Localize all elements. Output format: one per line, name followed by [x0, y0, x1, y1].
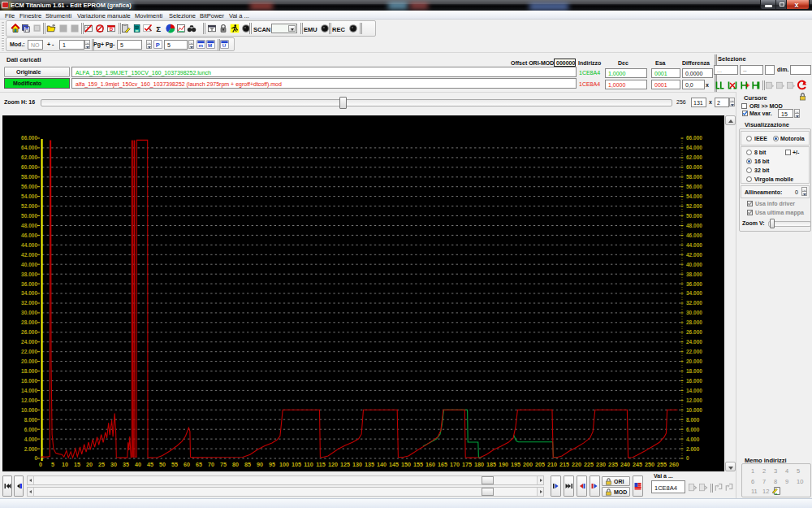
svg-text:32.000: 32.000	[686, 300, 702, 306]
svg-text:24.000: 24.000	[21, 339, 37, 345]
svg-text:160: 160	[425, 461, 435, 468]
svg-text:42.000: 42.000	[686, 252, 702, 258]
svg-text:M: M	[208, 42, 212, 48]
svg-text:180: 180	[474, 461, 484, 468]
svg-text:20: 20	[86, 461, 93, 468]
svg-text:50: 50	[159, 461, 166, 468]
svg-text:60.000: 60.000	[21, 164, 37, 170]
svg-text:105: 105	[292, 461, 301, 468]
svg-text:30: 30	[110, 461, 117, 468]
svg-text:8.000: 8.000	[686, 417, 700, 423]
svg-text:200: 200	[523, 461, 533, 468]
svg-text:40: 40	[135, 461, 141, 468]
svg-text:240: 240	[620, 461, 630, 468]
svg-text:155: 155	[413, 461, 423, 468]
svg-text:46.000: 46.000	[21, 232, 37, 238]
svg-text:2.000: 2.000	[686, 446, 700, 452]
svg-text:45: 45	[147, 461, 153, 468]
svg-text:205: 205	[535, 461, 545, 468]
svg-text:0: 0	[34, 455, 37, 461]
svg-text:175: 175	[462, 461, 472, 468]
svg-text:18.000: 18.000	[686, 368, 702, 374]
svg-text:12.000: 12.000	[686, 397, 702, 403]
svg-text:80: 80	[232, 461, 239, 468]
svg-text:Σ: Σ	[156, 24, 161, 33]
svg-text:235: 235	[608, 461, 618, 468]
svg-text:36.000: 36.000	[21, 281, 37, 287]
svg-text:14.000: 14.000	[21, 388, 37, 393]
svg-text:16.000: 16.000	[21, 378, 37, 384]
svg-text:46.000: 46.000	[686, 232, 702, 238]
svg-text:50.000: 50.000	[21, 213, 37, 219]
svg-text:6.000: 6.000	[24, 427, 38, 432]
svg-text:125: 125	[340, 461, 350, 468]
svg-text:130: 130	[352, 461, 362, 468]
svg-text:10.000: 10.000	[686, 407, 702, 413]
svg-text:56.000: 56.000	[21, 184, 37, 189]
svg-text:54.000: 54.000	[686, 193, 702, 199]
svg-text:38.000: 38.000	[21, 271, 37, 277]
svg-text:30.000: 30.000	[21, 310, 37, 315]
svg-text:60.000: 60.000	[686, 164, 702, 170]
svg-text:95: 95	[269, 461, 275, 468]
svg-text:28.000: 28.000	[21, 319, 37, 325]
svg-text:54.000: 54.000	[21, 193, 37, 199]
svg-text:60: 60	[184, 461, 190, 468]
svg-text:44.000: 44.000	[21, 242, 37, 248]
svg-text:34.000: 34.000	[686, 290, 702, 296]
svg-text:12.000: 12.000	[21, 397, 37, 403]
svg-text:100: 100	[279, 461, 289, 468]
svg-text:135: 135	[365, 461, 374, 468]
svg-text:0: 0	[686, 455, 689, 461]
svg-text:220: 220	[572, 461, 581, 468]
svg-text:260: 260	[669, 461, 679, 468]
svg-text:42.000: 42.000	[21, 252, 37, 258]
svg-text:165: 165	[438, 461, 447, 468]
svg-text:65: 65	[196, 461, 202, 468]
svg-text:62.000: 62.000	[686, 154, 702, 160]
svg-text:30.000: 30.000	[686, 310, 702, 315]
svg-text:48.000: 48.000	[21, 223, 37, 228]
svg-text:245: 245	[633, 461, 642, 468]
svg-text:28.000: 28.000	[686, 319, 702, 325]
svg-text:26.000: 26.000	[686, 329, 702, 335]
svg-text:75: 75	[220, 461, 227, 468]
svg-text:110: 110	[304, 461, 313, 468]
svg-text:22.000: 22.000	[686, 349, 702, 354]
svg-text:66.000: 66.000	[21, 135, 37, 141]
svg-text:26.000: 26.000	[21, 329, 37, 335]
svg-text:52.000: 52.000	[21, 203, 37, 209]
svg-text:25: 25	[98, 461, 105, 468]
svg-text:5: 5	[51, 461, 54, 468]
svg-text:22.000: 22.000	[21, 349, 37, 354]
svg-text:115: 115	[316, 461, 326, 468]
svg-text:24.000: 24.000	[686, 339, 702, 345]
svg-text:P: P	[156, 41, 160, 49]
svg-text:18.000: 18.000	[21, 368, 37, 374]
svg-text:D: D	[110, 27, 114, 32]
svg-text:64.000: 64.000	[686, 145, 702, 150]
svg-text:40.000: 40.000	[21, 262, 37, 267]
svg-text:66.000: 66.000	[686, 135, 702, 141]
svg-text:140: 140	[377, 461, 387, 468]
svg-text:58.000: 58.000	[686, 174, 702, 180]
svg-text:55: 55	[171, 461, 178, 468]
svg-text:185: 185	[486, 461, 496, 468]
svg-text:255: 255	[657, 461, 667, 468]
svg-text:85: 85	[244, 461, 251, 468]
svg-text:170: 170	[450, 461, 460, 468]
svg-text:14.000: 14.000	[686, 388, 702, 393]
svg-text:90: 90	[257, 461, 263, 468]
svg-text:15: 15	[74, 461, 80, 468]
svg-text:64.000: 64.000	[21, 145, 37, 150]
svg-text:48.000: 48.000	[686, 223, 702, 228]
svg-text:10.000: 10.000	[21, 407, 37, 413]
svg-text:190: 190	[499, 461, 508, 468]
svg-text:70: 70	[208, 461, 214, 468]
svg-text:U: U	[222, 42, 227, 48]
svg-text:32.000: 32.000	[21, 300, 37, 306]
svg-text:8.000: 8.000	[24, 417, 38, 423]
svg-text:20.000: 20.000	[686, 358, 702, 364]
svg-text:0: 0	[39, 461, 42, 468]
svg-text:62.000: 62.000	[21, 154, 37, 160]
